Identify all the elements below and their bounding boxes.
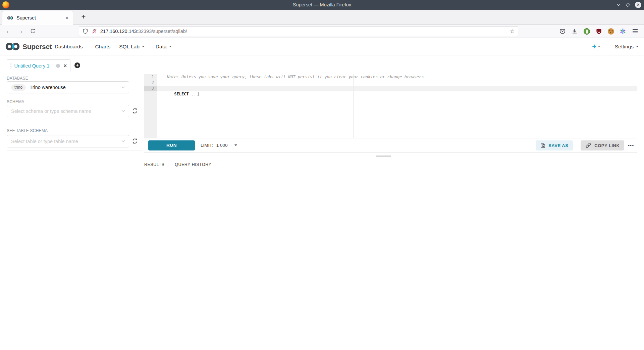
superset-logo-icon: [5, 42, 20, 51]
active-line-gutter: 3: [144, 86, 157, 91]
browser-tab-title: Superset: [16, 15, 64, 20]
limit-value: 1 000: [216, 143, 228, 148]
privacy-badger-icon[interactable]: [583, 28, 590, 35]
window-titlebar: Superset — Mozilla Firefox ×: [0, 0, 644, 10]
chevron-down-icon: [636, 46, 639, 47]
nav-dashboards[interactable]: Dashboards: [55, 44, 83, 50]
run-button[interactable]: RUN: [148, 140, 195, 150]
drag-grip-icon[interactable]: [10, 63, 11, 69]
line-number: 1: [144, 74, 157, 80]
schema-label: SCHEMA: [7, 99, 24, 104]
browser-tab-strip: Superset × +: [0, 10, 644, 25]
limit-label: LIMIT:: [201, 143, 213, 148]
refresh-icon: [131, 138, 138, 144]
chevron-down-icon: [169, 46, 172, 47]
window-title: Superset — Mozilla Firefox: [0, 0, 644, 10]
database-select[interactable]: trino Trino warehouse: [7, 81, 129, 93]
copy-link-label: COPY LINK: [594, 143, 620, 148]
nav-charts[interactable]: Charts: [95, 44, 111, 50]
chevron-down-icon: [121, 140, 125, 142]
save-as-label: SAVE AS: [548, 143, 568, 148]
url-bar[interactable]: 217.160.120.143:32393/superset/sqllab/ ☆: [79, 26, 518, 36]
query-tab-close-button[interactable]: ×: [64, 63, 67, 68]
plus-icon: +: [592, 43, 596, 50]
url-host: 217.160.120.143: [100, 29, 137, 34]
editor-gutter: 1 2: [144, 74, 157, 138]
settings-label: Settings: [615, 44, 634, 50]
browser-tab-close-button[interactable]: ×: [64, 15, 69, 20]
table-placeholder: Select table or type table name: [11, 139, 78, 144]
superset-logo[interactable]: Superset: [5, 38, 52, 55]
sidebar-divider: [7, 150, 143, 150]
chevron-down-icon: [598, 46, 600, 47]
refresh-tables-button[interactable]: [131, 138, 138, 144]
schema-select[interactable]: Select schema or type schema name: [7, 105, 129, 117]
save-as-button[interactable]: SAVE AS: [536, 140, 573, 150]
refresh-schemas-button[interactable]: [131, 107, 138, 114]
window-maximize-button[interactable]: [626, 3, 630, 7]
brand-name: Superset: [22, 43, 52, 51]
limit-dropdown[interactable]: LIMIT: 1 000: [201, 138, 237, 152]
browser-toolbar: ← → 217.160.120.143:32393/superset/sqlla…: [0, 25, 644, 38]
forward-button[interactable]: →: [15, 25, 25, 38]
sql-keyword: SELECT: [174, 92, 189, 96]
query-tab[interactable]: Untitled Query 1 ×: [7, 59, 70, 72]
sql-comment: -- Note: Unless you save your query, the…: [160, 75, 426, 79]
line-number: 2: [144, 80, 157, 86]
refresh-icon: [131, 107, 138, 114]
editor-toolbar: RUN LIMIT: 1 000 SAVE AS COPY LINK •: [144, 138, 637, 152]
browser-tab[interactable]: Superset ×: [2, 11, 73, 25]
schema-placeholder: Select schema or type schema name: [11, 108, 91, 114]
chevron-down-icon: [121, 86, 125, 89]
superset-favicon: [7, 16, 13, 20]
query-tab-title: Untitled Query 1: [14, 63, 56, 69]
window-close-button[interactable]: ×: [635, 2, 641, 8]
menu-hamburger-icon[interactable]: [631, 28, 639, 35]
link-icon: [585, 142, 591, 148]
settings-menu[interactable]: Settings: [615, 44, 639, 50]
chevron-down-icon: [121, 110, 125, 112]
query-status-dot: [56, 64, 60, 68]
sql-editor[interactable]: 1 2 3 -- Note: Unless you save your quer…: [144, 74, 637, 138]
pocket-icon[interactable]: [559, 28, 566, 35]
copy-link-button[interactable]: COPY LINK: [581, 140, 624, 150]
reload-button[interactable]: [28, 25, 38, 38]
superset-navbar: Superset Dashboards Charts SQL Lab Data …: [0, 38, 644, 55]
nav-sql-lab[interactable]: SQL Lab: [119, 44, 145, 50]
lock-insecure-icon[interactable]: [92, 28, 97, 34]
nav-sql-lab-label: SQL Lab: [119, 44, 140, 50]
tab-results[interactable]: RESULTS: [144, 162, 164, 167]
line-number: 3: [144, 86, 157, 91]
back-button[interactable]: ←: [4, 25, 14, 38]
colorful-extension-icon[interactable]: [619, 28, 627, 35]
add-new-button[interactable]: +: [592, 43, 600, 50]
pane-resize-handle[interactable]: [376, 155, 391, 157]
table-select[interactable]: Select table or type table name: [7, 135, 129, 147]
database-label: DATABASE: [7, 76, 28, 81]
sidebar-divider: [7, 123, 143, 123]
reload-icon: [30, 28, 36, 34]
ublock-origin-icon[interactable]: [595, 28, 602, 35]
database-type-badge: trino: [11, 84, 26, 91]
chevron-down-icon: [234, 144, 237, 146]
text-cursor: [199, 92, 199, 96]
nav-data[interactable]: Data: [156, 44, 172, 50]
results-divider: [144, 171, 637, 171]
add-query-tab-button[interactable]: +: [74, 62, 80, 68]
cookie-manager-icon[interactable]: [607, 28, 614, 35]
shield-icon[interactable]: [83, 28, 88, 34]
tab-query-history[interactable]: QUERY HISTORY: [175, 162, 211, 167]
sql-blank-line: [157, 80, 637, 86]
table-schema-label: SEE TABLE SCHEMA: [7, 128, 48, 133]
database-value: Trino warehouse: [30, 85, 65, 90]
download-icon[interactable]: [571, 28, 578, 35]
sql-text: ...: [189, 92, 199, 96]
save-icon: [540, 143, 545, 148]
more-actions-button[interactable]: •••: [627, 143, 635, 148]
window-chevron-icon[interactable]: [616, 4, 621, 6]
nav-data-label: Data: [156, 44, 167, 50]
chevron-down-icon: [142, 46, 145, 47]
new-tab-button[interactable]: +: [78, 12, 89, 23]
bookmark-star-icon[interactable]: ☆: [510, 28, 515, 34]
url-path: :32393/superset/sqllab/: [137, 29, 187, 34]
